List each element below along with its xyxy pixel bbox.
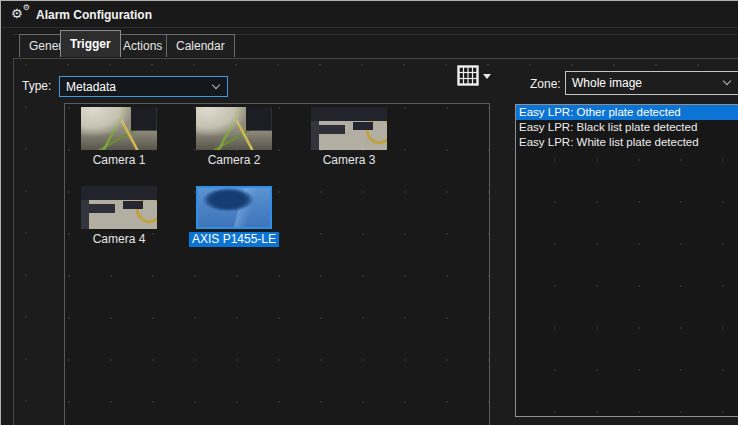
tab-calendar[interactable]: Calendar: [166, 34, 235, 57]
camera-thumbnail: [81, 186, 157, 229]
camera-thumbnail: [196, 107, 272, 150]
camera-selection-panel: Camera 1 Camera 2 Camera 3 Camera 4 AXIS…: [64, 103, 490, 425]
camera-thumbnail: [81, 107, 157, 150]
camera-item[interactable]: Camera 4: [81, 186, 196, 264]
chevron-down-icon: [723, 77, 731, 85]
type-label: Type:: [22, 79, 51, 93]
camera-name: Camera 4: [90, 232, 149, 247]
camera-name: AXIS P1455-LE: [189, 232, 279, 247]
trigger-event-item[interactable]: Easy LPR: White list plate detected: [516, 135, 738, 150]
grid-view-button[interactable]: [457, 63, 497, 87]
camera-thumbnail: [196, 186, 272, 229]
gears-icon: ⚙ ⚙: [11, 6, 29, 24]
trigger-tab-page: Type: Metadata Zone: Whole image: [13, 58, 738, 425]
trigger-event-item[interactable]: Easy LPR: Black list plate detected: [516, 120, 738, 135]
type-dropdown-value: Metadata: [66, 80, 116, 94]
zone-dropdown[interactable]: Whole image: [565, 71, 738, 95]
camera-item[interactable]: Camera 1: [81, 107, 196, 185]
tab-actions[interactable]: Actions: [113, 34, 172, 57]
caret-down-icon: [483, 74, 491, 79]
alarm-configuration-dialog: ⚙ ⚙ Alarm Configuration General Trigger …: [0, 0, 738, 425]
camera-thumbnail: [311, 107, 387, 150]
camera-name: Camera 3: [320, 153, 379, 168]
camera-item[interactable]: Camera 3: [311, 107, 426, 185]
zone-label: Zone:: [530, 77, 561, 91]
camera-name: Camera 1: [90, 153, 149, 168]
camera-item[interactable]: AXIS P1455-LE: [196, 186, 311, 264]
tab-trigger[interactable]: Trigger: [60, 30, 121, 57]
camera-name: Camera 2: [205, 153, 264, 168]
type-dropdown[interactable]: Metadata: [59, 76, 228, 97]
trigger-event-item[interactable]: Easy LPR: Other plate detected: [516, 105, 738, 120]
trigger-event-list: Easy LPR: Other plate detected Easy LPR:…: [515, 104, 738, 417]
title-bar: ⚙ ⚙ Alarm Configuration: [2, 2, 738, 28]
chevron-down-icon: [212, 80, 220, 88]
grid-view-icon: [457, 65, 479, 86]
zone-dropdown-value: Whole image: [572, 76, 642, 90]
camera-item[interactable]: Camera 2: [196, 107, 311, 185]
window-title: Alarm Configuration: [36, 8, 152, 22]
